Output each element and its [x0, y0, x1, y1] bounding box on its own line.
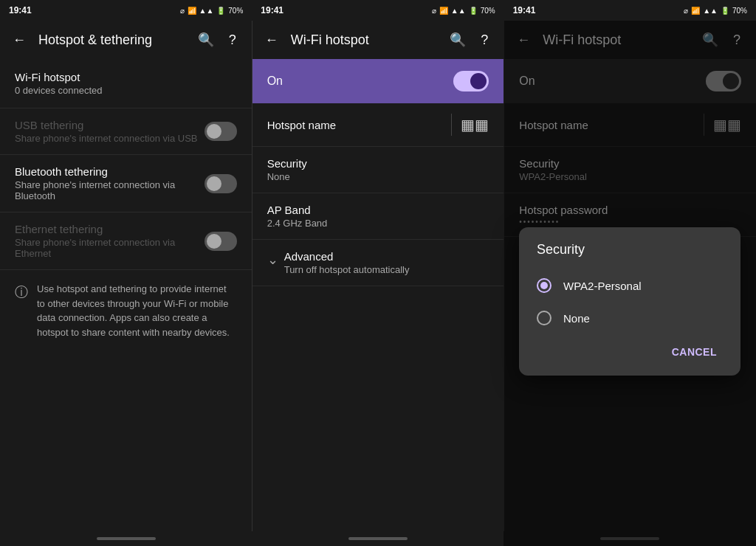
security-dialog-overlay: Security WPA2-Personal None Cancel — [504, 21, 756, 531]
signal-icon: ▲▲ — [199, 7, 214, 15]
link-icon-2: ⌀ — [432, 7, 436, 15]
wifi-hotspot-item[interactable]: Wi-Fi hotspot 0 devices connected — [0, 59, 252, 108]
usb-toggle-thumb — [207, 124, 221, 139]
screen-wifi-hotspot: ← Wi-Fi hotspot 🔍 ? On Hotspot name ▦▦ S… — [252, 21, 505, 531]
status-panel-1: 19:41 ⌀ 📶 ▲▲ 🔋 70% — [0, 0, 252, 21]
link-icon: ⌀ — [180, 7, 185, 15]
home-indicator-1 — [0, 531, 252, 546]
dialog-title: Security — [519, 242, 740, 269]
status-bar: 19:41 ⌀ 📶 ▲▲ 🔋 70% 19:41 ⌀ 📶 ▲▲ 🔋 70% 19… — [0, 0, 756, 21]
ethernet-toggle-thumb — [207, 234, 221, 249]
ap-band-text: AP Band 2.4 GHz Band — [267, 204, 489, 229]
battery-icon-2: 🔋 — [469, 7, 478, 15]
cancel-button[interactable]: Cancel — [660, 340, 729, 364]
home-bar-2 — [348, 537, 408, 540]
usb-tethering-title: USB tethering — [15, 119, 205, 131]
hotspot-toggle-2[interactable] — [453, 71, 489, 91]
bluetooth-tethering-text: Bluetooth tethering Share phone's intern… — [15, 165, 205, 201]
usb-tethering-item[interactable]: USB tethering Share phone's internet con… — [0, 108, 252, 155]
search-button-2[interactable]: 🔍 — [444, 27, 471, 53]
security-label-2: Security — [267, 157, 489, 170]
link-icon-3: ⌀ — [684, 7, 688, 15]
home-indicator-2 — [252, 531, 504, 546]
battery-pct-2: 70% — [481, 7, 495, 15]
info-text: Use hotspot and tethering to provide int… — [37, 282, 237, 339]
status-icons-2: ⌀ 📶 ▲▲ 🔋 70% — [432, 7, 495, 15]
security-item-2[interactable]: Security None — [252, 147, 504, 193]
advanced-subtitle: Turn off hotspot automatically — [284, 264, 489, 275]
usb-tethering-toggle[interactable] — [205, 122, 237, 141]
time-1: 19:41 — [9, 5, 32, 15]
app-bar-2: ← Wi-Fi hotspot 🔍 ? — [252, 21, 504, 59]
ethernet-tethering-item[interactable]: Ethernet tethering Share phone's interne… — [0, 212, 252, 270]
radio-wpa2[interactable] — [537, 278, 551, 293]
security-dialog: Security WPA2-Personal None Cancel — [519, 227, 740, 376]
status-icons-3: ⌀ 📶 ▲▲ 🔋 70% — [684, 7, 747, 15]
wifi-icon-3: 📶 — [691, 7, 700, 15]
search-button-1[interactable]: 🔍 — [193, 27, 219, 53]
info-section: ⓘ Use hotspot and tethering to provide i… — [0, 270, 252, 351]
signal-icon-2: ▲▲ — [451, 7, 466, 15]
bluetooth-tethering-subtitle: Share phone's internet connection via Bl… — [15, 179, 205, 201]
time-3: 19:41 — [513, 5, 536, 15]
usb-tethering-subtitle: Share phone's internet connection via US… — [15, 133, 205, 144]
ap-band-label: AP Band — [267, 204, 489, 216]
advanced-item[interactable]: ⌄ Advanced Turn off hotspot automaticall… — [252, 240, 504, 286]
wifi-hotspot-title: Wi-Fi hotspot — [15, 71, 80, 83]
screen-hotspot-tethering: ← Hotspot & tethering 🔍 ? Wi-Fi hotspot … — [0, 21, 252, 531]
back-button-1[interactable]: ← — [6, 27, 32, 53]
security-value-2: None — [267, 171, 489, 182]
expand-icon: ⌄ — [267, 252, 278, 268]
info-icon: ⓘ — [15, 283, 28, 339]
ap-band-value: 2.4 GHz Band — [267, 218, 489, 229]
signal-icon-3: ▲▲ — [703, 7, 718, 15]
page-title-1: Hotspot & tethering — [38, 32, 193, 48]
hotspot-name-text-2: Hotspot name — [267, 119, 443, 131]
radio-none[interactable] — [537, 311, 551, 325]
help-button-1[interactable]: ? — [219, 27, 246, 53]
back-button-2[interactable]: ← — [258, 27, 285, 53]
wifi-icon: 📶 — [188, 7, 196, 15]
status-panel-2: 19:41 ⌀ 📶 ▲▲ 🔋 70% — [252, 0, 504, 21]
advanced-text: Advanced Turn off hotspot automatically — [284, 250, 489, 275]
toggle-label-2: On — [267, 75, 454, 88]
hotspot-toggle-row-2[interactable]: On — [252, 59, 504, 103]
ethernet-tethering-toggle[interactable] — [205, 232, 237, 251]
bluetooth-tethering-title: Bluetooth tethering — [15, 165, 205, 178]
divider-2 — [451, 114, 452, 136]
dialog-option-none[interactable]: None — [519, 302, 740, 334]
dialog-option-wpa2[interactable]: WPA2-Personal — [519, 269, 740, 302]
ethernet-tethering-subtitle: Share phone's internet connection via Et… — [15, 237, 205, 259]
bluetooth-tethering-toggle[interactable] — [205, 174, 237, 193]
radio-wpa2-inner — [540, 282, 548, 289]
battery-icon-3: 🔋 — [721, 7, 729, 15]
page-title-2: Wi-Fi hotspot — [291, 32, 445, 48]
battery-icon: 🔋 — [216, 7, 225, 15]
qr-icon-2[interactable]: ▦▦ — [461, 116, 489, 134]
wifi-icon-2: 📶 — [439, 7, 448, 15]
screen-wifi-hotspot-dialog: ← Wi-Fi hotspot 🔍 ? On Hotspot name ▦▦ S… — [504, 21, 756, 531]
dialog-option-wpa2-label: WPA2-Personal — [563, 280, 642, 292]
app-bar-1: ← Hotspot & tethering 🔍 ? — [0, 21, 252, 59]
ethernet-tethering-title: Ethernet tethering — [15, 223, 205, 235]
usb-tethering-text: USB tethering Share phone's internet con… — [15, 119, 205, 144]
wifi-hotspot-subtitle: 0 devices connected — [15, 85, 103, 96]
home-bar-1 — [97, 537, 156, 540]
screens-container: ← Hotspot & tethering 🔍 ? Wi-Fi hotspot … — [0, 21, 756, 531]
hotspot-name-label-2: Hotspot name — [267, 119, 443, 131]
status-icons-1: ⌀ 📶 ▲▲ 🔋 70% — [180, 7, 244, 15]
dialog-actions: Cancel — [519, 334, 740, 370]
ap-band-item[interactable]: AP Band 2.4 GHz Band — [252, 193, 504, 240]
security-text-2: Security None — [267, 157, 489, 182]
hotspot-name-item-2[interactable]: Hotspot name ▦▦ — [252, 103, 504, 147]
advanced-label: Advanced — [284, 250, 489, 263]
time-2: 19:41 — [261, 5, 284, 15]
bluetooth-tethering-item[interactable]: Bluetooth tethering Share phone's intern… — [0, 155, 252, 212]
battery-pct-3: 70% — [732, 7, 747, 15]
toggle-thumb-2 — [470, 73, 487, 89]
help-button-2[interactable]: ? — [471, 27, 498, 53]
bluetooth-toggle-thumb — [207, 176, 221, 191]
status-panel-3: 19:41 ⌀ 📶 ▲▲ 🔋 70% — [504, 0, 756, 21]
dialog-option-none-label: None — [563, 312, 590, 325]
ethernet-tethering-text: Ethernet tethering Share phone's interne… — [15, 223, 205, 259]
